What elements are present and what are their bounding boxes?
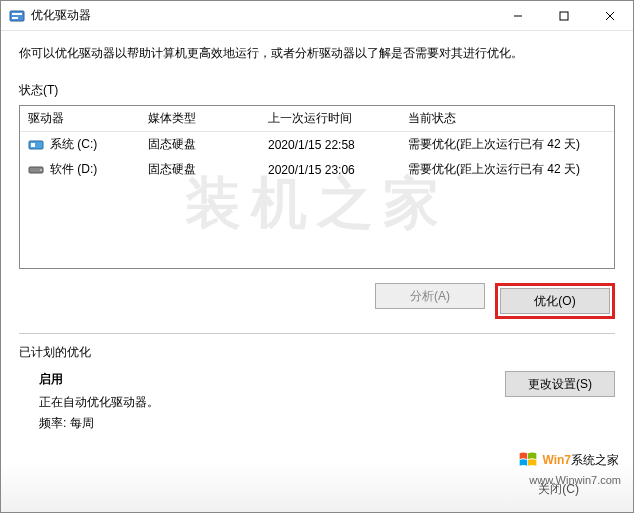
drive-name: 系统 (C:) xyxy=(50,136,97,153)
media-type: 固态硬盘 xyxy=(140,132,260,158)
col-drive[interactable]: 驱动器 xyxy=(20,106,140,132)
system-drive-icon xyxy=(28,139,44,151)
divider xyxy=(19,333,615,334)
window-title: 优化驱动器 xyxy=(31,7,91,24)
table-row[interactable]: 系统 (C:)固态硬盘2020/1/15 22:58需要优化(距上次运行已有 4… xyxy=(20,132,614,158)
analyze-button: 分析(A) xyxy=(375,283,485,309)
window-controls xyxy=(495,2,633,30)
schedule-enable-label: 启用 xyxy=(39,371,159,388)
optimize-highlight: 优化(O) xyxy=(495,283,615,319)
schedule-section-title: 已计划的优化 xyxy=(19,344,615,361)
logo-text: Win7系统之家 xyxy=(542,452,619,469)
drive-name: 软件 (D:) xyxy=(50,161,97,178)
drives-listbox[interactable]: 装机之家 驱动器 媒体类型 上一次运行时间 当前状态 系统 (C:)固态硬盘20… xyxy=(19,105,615,269)
last-run: 2020/1/15 23:06 xyxy=(260,157,400,182)
hdd-drive-icon xyxy=(28,164,44,176)
corner-logo: Win7系统之家 xyxy=(514,448,623,472)
maximize-button[interactable] xyxy=(541,2,587,30)
schedule-line1: 正在自动优化驱动器。 xyxy=(39,394,159,411)
windows-flag-icon xyxy=(518,450,538,470)
svg-rect-4 xyxy=(560,12,568,20)
schedule-info: 启用 正在自动优化驱动器。 频率: 每周 xyxy=(19,371,159,436)
svg-rect-1 xyxy=(12,13,22,15)
status-label: 状态(T) xyxy=(19,82,615,99)
body: 你可以优化驱动器以帮助计算机更高效地运行，或者分析驱动器以了解是否需要对其进行优… xyxy=(1,31,633,446)
schedule-row: 启用 正在自动优化驱动器。 频率: 每周 更改设置(S) xyxy=(19,371,615,436)
optimize-button[interactable]: 优化(O) xyxy=(500,288,610,314)
table-header-row: 驱动器 媒体类型 上一次运行时间 当前状态 xyxy=(20,106,614,132)
drives-table: 驱动器 媒体类型 上一次运行时间 当前状态 系统 (C:)固态硬盘2020/1/… xyxy=(20,106,614,182)
svg-rect-2 xyxy=(12,17,18,19)
action-buttons-row: 分析(A) 优化(O) xyxy=(19,283,615,319)
media-type: 固态硬盘 xyxy=(140,157,260,182)
svg-rect-0 xyxy=(10,11,24,21)
col-media[interactable]: 媒体类型 xyxy=(140,106,260,132)
last-run: 2020/1/15 22:58 xyxy=(260,132,400,158)
change-settings-button[interactable]: 更改设置(S) xyxy=(505,371,615,397)
minimize-button[interactable] xyxy=(495,2,541,30)
logo-brand-colored: Win7 xyxy=(542,453,571,467)
description-text: 你可以优化驱动器以帮助计算机更高效地运行，或者分析驱动器以了解是否需要对其进行优… xyxy=(19,45,615,62)
app-icon xyxy=(9,8,25,24)
titlebar: 优化驱动器 xyxy=(1,1,633,31)
current-state: 需要优化(距上次运行已有 42 天) xyxy=(400,157,614,182)
col-state[interactable]: 当前状态 xyxy=(400,106,614,132)
current-state: 需要优化(距上次运行已有 42 天) xyxy=(400,132,614,158)
svg-point-10 xyxy=(40,169,42,171)
logo-url: www.Winwin7.com xyxy=(529,474,621,486)
col-last[interactable]: 上一次运行时间 xyxy=(260,106,400,132)
close-button[interactable] xyxy=(587,2,633,30)
table-row[interactable]: 软件 (D:)固态硬盘2020/1/15 23:06需要优化(距上次运行已有 4… xyxy=(20,157,614,182)
logo-brand-tail: 系统之家 xyxy=(571,453,619,467)
optimize-drives-window: 优化驱动器 你可以优化驱动器以帮助计算机更高效地运行，或者分析驱动器以了解是否需… xyxy=(0,0,634,513)
svg-rect-8 xyxy=(31,143,35,147)
schedule-frequency: 频率: 每周 xyxy=(39,415,159,432)
